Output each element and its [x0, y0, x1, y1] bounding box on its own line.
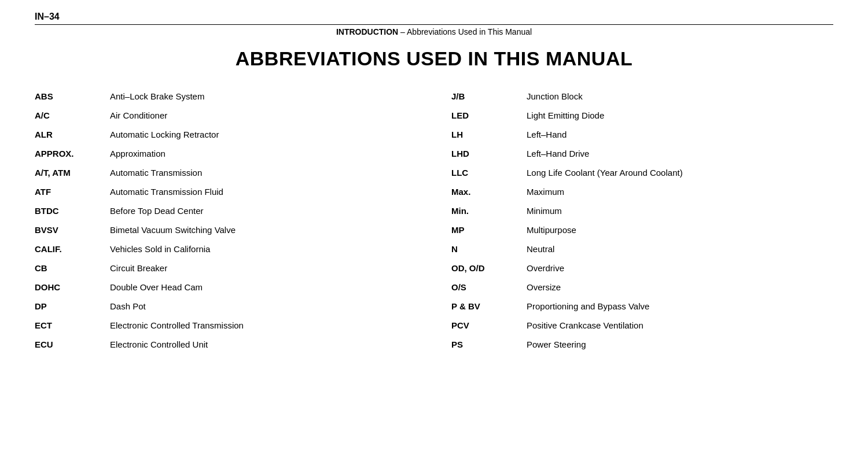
- abbrev-definition: Circuit Breaker: [110, 262, 167, 274]
- table-row: DPDash Pot: [35, 297, 417, 316]
- table-row: PSPower Steering: [451, 335, 833, 354]
- abbrev-definition: Proportioning and Bypass Valve: [527, 300, 649, 312]
- abbrev-code: OD, O/D: [451, 262, 527, 274]
- abbrev-code: BTDC: [35, 205, 110, 217]
- abbrev-code: LHD: [451, 147, 527, 160]
- abbrev-definition: Positive Crankcase Ventilation: [527, 319, 643, 331]
- abbrev-code: MP: [451, 224, 527, 236]
- abbrev-definition: Left–Hand Drive: [527, 147, 589, 160]
- table-row: APPROX.Approximation: [35, 144, 417, 163]
- abbrev-code: APPROX.: [35, 147, 110, 160]
- table-row: P & BVProportioning and Bypass Valve: [451, 297, 833, 316]
- abbrev-definition: Left–Hand: [527, 128, 567, 141]
- abbrev-code: BVSV: [35, 224, 110, 236]
- table-row: CALIF.Vehicles Sold in California: [35, 239, 417, 259]
- abbrev-definition: Electronic Controlled Transmission: [110, 319, 244, 331]
- abbrev-definition: Vehicles Sold in California: [110, 243, 210, 255]
- abbrev-definition: Approximation: [110, 147, 165, 160]
- abbreviations-table: ABSAnti–Lock Brake SystemA/CAir Conditio…: [35, 87, 833, 354]
- abbrev-code: O/S: [451, 281, 527, 293]
- abbrev-code: ALR: [35, 128, 110, 141]
- abbrev-code: DOHC: [35, 281, 110, 293]
- abbrev-code: A/C: [35, 109, 110, 121]
- page-title: ABBREVIATIONS USED IN THIS MANUAL: [35, 47, 833, 71]
- abbrev-definition: Minimum: [527, 205, 562, 217]
- abbrev-definition: Before Top Dead Center: [110, 205, 204, 217]
- table-row: A/T, ATMAutomatic Transmission: [35, 163, 417, 182]
- abbrev-definition: Neutral: [527, 243, 554, 255]
- table-row: BVSVBimetal Vacuum Switching Valve: [35, 220, 417, 239]
- abbrev-definition: Double Over Head Cam: [110, 281, 203, 293]
- abbrev-code: A/T, ATM: [35, 167, 110, 179]
- abbrev-code: ECU: [35, 338, 110, 350]
- table-row: MPMultipurpose: [451, 220, 833, 239]
- table-row: Max.Maximum: [451, 182, 833, 201]
- table-row: ECUElectronic Controlled Unit: [35, 335, 417, 354]
- right-column: J/BJunction BlockLEDLight Emitting Diode…: [440, 87, 833, 354]
- table-row: A/CAir Conditioner: [35, 106, 417, 125]
- table-row: BTDCBefore Top Dead Center: [35, 201, 417, 220]
- abbrev-definition: Automatic Transmission Fluid: [110, 186, 223, 198]
- abbrev-definition: Overdrive: [527, 262, 564, 274]
- abbrev-definition: Multipurpose: [527, 224, 576, 236]
- abbrev-code: Max.: [451, 186, 527, 198]
- intro-bold-label: INTRODUCTION: [336, 27, 398, 36]
- header-rule: [35, 24, 833, 25]
- abbrev-definition: Power Steering: [527, 338, 586, 350]
- abbrev-code: J/B: [451, 90, 527, 102]
- abbrev-code: LED: [451, 109, 527, 121]
- abbrev-definition: Junction Block: [527, 90, 583, 102]
- abbrev-code: CALIF.: [35, 243, 110, 255]
- abbrev-code: PCV: [451, 319, 527, 331]
- abbrev-code: N: [451, 243, 527, 255]
- abbrev-definition: Automatic Transmission: [110, 167, 202, 179]
- table-row: CBCircuit Breaker: [35, 259, 417, 278]
- table-row: J/BJunction Block: [451, 87, 833, 106]
- abbrev-definition: Bimetal Vacuum Switching Valve: [110, 224, 236, 236]
- abbrev-code: DP: [35, 300, 110, 312]
- abbrev-definition: Oversize: [527, 281, 561, 293]
- abbrev-code: P & BV: [451, 300, 527, 312]
- left-column: ABSAnti–Lock Brake SystemA/CAir Conditio…: [35, 87, 440, 354]
- abbrev-code: ATF: [35, 186, 110, 198]
- table-row: ALRAutomatic Locking Retractor: [35, 125, 417, 144]
- page-container: IN–34 INTRODUCTION – Abbreviations Used …: [0, 0, 868, 377]
- table-row: ECTElectronic Controlled Transmission: [35, 316, 417, 335]
- table-row: LEDLight Emitting Diode: [451, 106, 833, 125]
- table-row: NNeutral: [451, 239, 833, 259]
- abbrev-code: ABS: [35, 90, 110, 102]
- table-row: DOHCDouble Over Head Cam: [35, 278, 417, 297]
- header-separator: –: [400, 27, 405, 36]
- table-row: PCVPositive Crankcase Ventilation: [451, 316, 833, 335]
- table-row: O/SOversize: [451, 278, 833, 297]
- abbrev-definition: Electronic Controlled Unit: [110, 338, 208, 350]
- header-subtitle: INTRODUCTION – Abbreviations Used in Thi…: [35, 27, 833, 36]
- abbrev-definition: Air Conditioner: [110, 109, 167, 121]
- table-row: Min.Minimum: [451, 201, 833, 220]
- page-number: IN–34: [35, 12, 833, 22]
- table-row: OD, O/DOverdrive: [451, 259, 833, 278]
- abbrev-code: LH: [451, 128, 527, 141]
- abbrev-definition: Long Life Coolant (Year Around Coolant): [527, 167, 683, 179]
- abbrev-code: LLC: [451, 167, 527, 179]
- table-row: LHDLeft–Hand Drive: [451, 144, 833, 163]
- abbrev-code: CB: [35, 262, 110, 274]
- abbrev-definition: Dash Pot: [110, 300, 146, 312]
- abbrev-definition: Anti–Lock Brake System: [110, 90, 204, 102]
- table-row: LLCLong Life Coolant (Year Around Coolan…: [451, 163, 833, 182]
- abbrev-code: Min.: [451, 205, 527, 217]
- header-subtitle-text: Abbreviations Used in This Manual: [407, 27, 532, 36]
- abbrev-code: PS: [451, 338, 527, 350]
- abbrev-definition: Maximum: [527, 186, 564, 198]
- table-row: ABSAnti–Lock Brake System: [35, 87, 417, 106]
- abbrev-definition: Automatic Locking Retractor: [110, 128, 219, 141]
- abbrev-code: ECT: [35, 319, 110, 331]
- table-row: ATFAutomatic Transmission Fluid: [35, 182, 417, 201]
- abbrev-definition: Light Emitting Diode: [527, 109, 604, 121]
- table-row: LHLeft–Hand: [451, 125, 833, 144]
